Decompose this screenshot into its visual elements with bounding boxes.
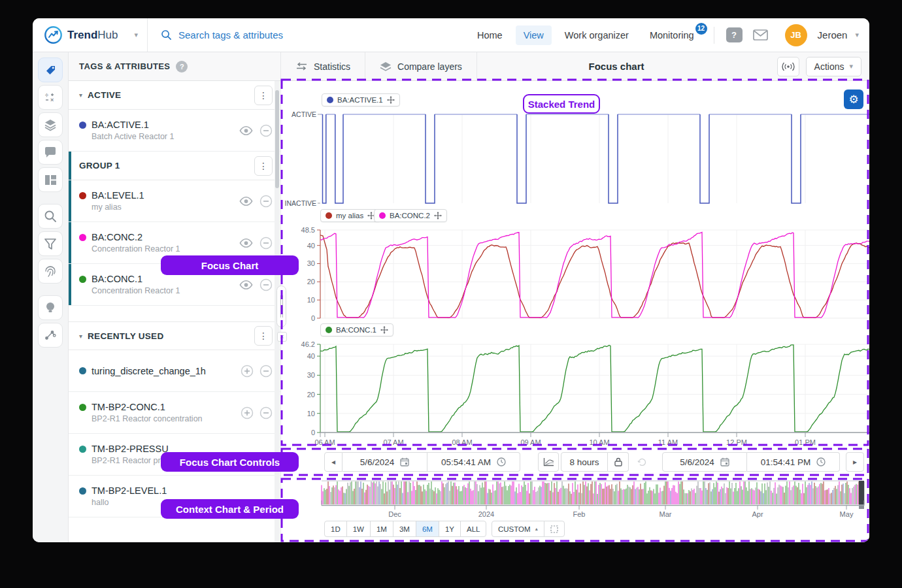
sidebar-item-dashboard[interactable] — [38, 167, 63, 192]
left-icon-strip: ÷ × — [33, 52, 69, 542]
nav-home[interactable]: Home — [469, 25, 510, 45]
live-broadcast-button[interactable] — [777, 57, 799, 76]
brand-menu[interactable]: TrendHub ▾ — [33, 18, 148, 52]
tag-color-dot — [79, 192, 86, 199]
custom-range-group: CUSTOM ▴ — [492, 521, 565, 537]
tag-color-dot — [79, 446, 86, 453]
move-handle-icon[interactable] — [434, 212, 442, 220]
panel-resize-handle[interactable] — [276, 286, 286, 327]
nav-monitoring[interactable]: Monitoring 12 — [642, 25, 702, 45]
range-1m[interactable]: 1M — [370, 521, 393, 537]
axis-label: 01 PM — [795, 438, 816, 446]
add-circle-icon[interactable] — [241, 365, 254, 378]
nav-view[interactable]: View — [516, 25, 552, 45]
section-menu-button[interactable]: ⋮ — [254, 156, 273, 176]
section-menu-button[interactable]: ⋮ — [254, 86, 273, 105]
range-all[interactable]: ALL — [460, 521, 486, 537]
remove-circle-icon[interactable] — [259, 406, 273, 419]
sidebar-item-formulas[interactable]: ÷ × — [38, 85, 63, 110]
mail-button[interactable] — [748, 29, 773, 41]
section-menu-button[interactable]: ⋮ — [254, 326, 273, 346]
sidebar-item-scatter[interactable] — [38, 323, 63, 348]
visibility-eye-icon[interactable] — [239, 196, 254, 206]
range-3m[interactable]: 3M — [393, 521, 416, 537]
move-handle-icon[interactable] — [387, 96, 395, 104]
legend-chip-ba-conc1[interactable]: BA:CONC.1 — [320, 323, 393, 336]
range-1d[interactable]: 1D — [324, 521, 347, 537]
legend-chip-ba-conc2[interactable]: BA:CONC.2 — [374, 209, 447, 222]
tag-name: BA:CONC.2 — [92, 232, 235, 242]
chevron-down-icon[interactable]: ▾ — [79, 333, 82, 340]
pan-right-button[interactable]: ▸ — [846, 452, 864, 472]
visibility-eye-icon[interactable] — [239, 238, 254, 248]
series-ba-active1-dips — [323, 114, 801, 203]
actions-button[interactable]: Actions ▾ — [806, 57, 861, 76]
section-recently-used[interactable]: ▾ RECENTLY USED ⋮ — [69, 321, 280, 350]
lock-duration-button[interactable] — [608, 452, 629, 472]
range-custom[interactable]: CUSTOM ▴ — [492, 521, 544, 537]
move-handle-icon[interactable] — [380, 326, 388, 334]
tag-row[interactable]: turing_discrete_change_1h — [69, 350, 280, 392]
tab-statistics[interactable]: Statistics — [281, 52, 365, 80]
sidebar-item-search[interactable] — [38, 204, 63, 229]
visibility-eye-icon[interactable] — [239, 125, 254, 136]
focus-chart-canvas[interactable]: ACTIVEINACTIVE48.540302010046.2403020100… — [281, 81, 869, 542]
help-button[interactable]: ? — [726, 27, 743, 42]
duration-field[interactable]: 8 hours — [561, 452, 608, 472]
remove-circle-icon[interactable] — [259, 365, 273, 378]
tag-color-dot — [79, 276, 86, 283]
tag-description: BP2-R1 Reactor concentration — [92, 414, 237, 423]
pan-left-button[interactable]: ◂ — [324, 452, 342, 472]
sidebar-item-layers[interactable] — [38, 112, 63, 137]
axis-label: Feb — [573, 510, 586, 518]
tag-row[interactable]: BA:ACTIVE.1 Batch Active Reactor 1 — [69, 110, 280, 152]
end-time-picker[interactable]: 01:54:41 PM — [747, 452, 840, 472]
context-selection-handle[interactable] — [859, 481, 864, 504]
chart-settings-button[interactable]: ⚙ — [844, 90, 863, 109]
formula-icon: ÷ × — [44, 91, 57, 104]
svg-text:×: × — [50, 97, 54, 103]
section-group1[interactable]: GROUP 1 ⋮ — [69, 152, 280, 180]
sidebar-item-filter[interactable] — [38, 231, 63, 256]
start-date-picker[interactable]: 5/6/2024 — [342, 452, 427, 472]
sidebar-item-comments[interactable] — [38, 140, 63, 165]
tab-compare-layers[interactable]: Compare layers — [365, 52, 477, 80]
legend-chip-ba-active1[interactable]: BA:ACTIVE.1 — [322, 93, 400, 106]
range-6m[interactable]: 6M — [416, 521, 439, 537]
end-date-picker[interactable]: 5/6/2024 — [662, 452, 747, 472]
trendhub-logo-icon — [44, 26, 62, 44]
avatar[interactable]: JB — [785, 24, 807, 46]
remove-circle-icon[interactable] — [259, 195, 273, 208]
remove-circle-icon[interactable] — [259, 278, 273, 291]
sidebar-item-fingerprint[interactable] — [38, 259, 63, 284]
remove-circle-icon[interactable] — [259, 237, 273, 250]
panel-collapse-button[interactable]: × — [277, 332, 287, 342]
global-search[interactable]: Search tags & attributes — [148, 29, 422, 41]
chevron-down-icon[interactable]: ▾ — [79, 91, 82, 99]
range-1y[interactable]: 1Y — [439, 521, 461, 537]
scrollbar-thumb[interactable] — [275, 90, 279, 188]
tag-row[interactable]: TM-BP2-CONC.1 BP2-R1 Reactor concentrati… — [69, 392, 280, 434]
trend-compare-button[interactable] — [538, 452, 559, 472]
legend-label: BA:ACTIVE.1 — [337, 96, 383, 104]
add-circle-icon[interactable] — [241, 406, 254, 419]
section-active[interactable]: ▾ ACTIVE ⋮ — [69, 81, 280, 110]
tag-row[interactable]: BA:LEVEL.1 my alias — [69, 180, 280, 222]
top-navbar: TrendHub ▾ Search tags & attributes Home… — [33, 18, 869, 52]
range-1w[interactable]: 1W — [346, 521, 371, 537]
remove-circle-icon[interactable] — [259, 124, 273, 137]
reset-time-button[interactable] — [632, 452, 652, 472]
chevron-up-icon: ▴ — [535, 526, 538, 532]
sidebar-item-recommendations[interactable] — [38, 295, 63, 320]
visibility-eye-icon[interactable] — [239, 280, 254, 290]
series-ba-conc-1 — [320, 345, 869, 432]
custom-label: CUSTOM — [498, 525, 531, 533]
user-chevron-down-icon[interactable]: ▾ — [855, 31, 859, 39]
panel-help-icon[interactable]: ? — [176, 61, 188, 73]
start-date-value: 5/6/2024 — [360, 457, 395, 467]
nav-work-organizer[interactable]: Work organizer — [557, 25, 637, 45]
sidebar-item-tags[interactable] — [38, 57, 63, 82]
custom-window-button[interactable] — [544, 521, 565, 537]
legend-chip-my-alias[interactable]: my alias — [320, 209, 380, 222]
start-time-picker[interactable]: 05:54:41 AM — [427, 452, 520, 472]
